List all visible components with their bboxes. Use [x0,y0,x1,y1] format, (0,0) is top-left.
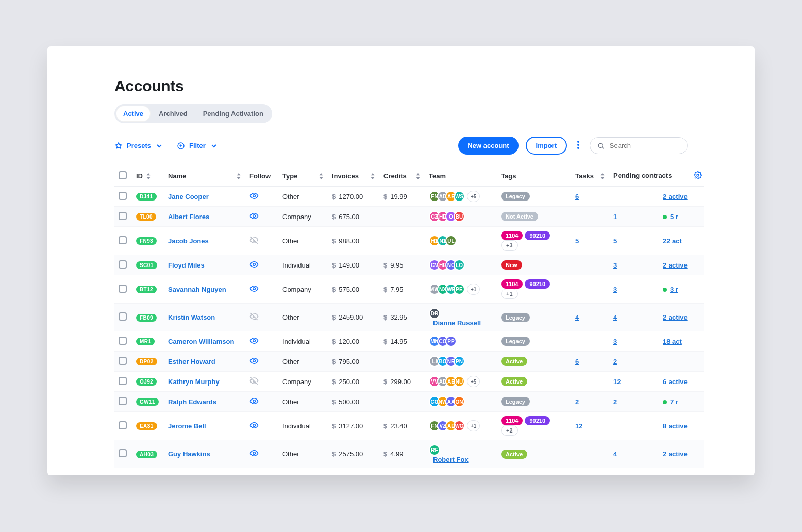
id-pill[interactable]: AH03 [136,451,157,458]
tag-chip[interactable]: Active [501,450,527,459]
search-input-wrap[interactable] [590,137,688,154]
pending-link[interactable]: 2 [613,398,617,406]
col-id[interactable]: ID [132,166,164,187]
account-name-link[interactable]: Jane Cooper [168,193,209,201]
tag-chip[interactable]: Legacy [501,397,530,406]
eye-icon[interactable] [249,339,259,347]
contracts-status-link[interactable]: 18 act [663,338,682,345]
row-checkbox[interactable] [119,377,127,385]
avatar-stack[interactable]: CVHENCLO [429,259,493,271]
eye-icon[interactable] [249,400,259,407]
id-pill[interactable]: GW11 [136,398,159,406]
avatar-overflow[interactable]: +1 [467,284,480,295]
row-checkbox[interactable] [119,192,127,200]
tag-chip[interactable]: 1104 [501,279,523,289]
id-pill[interactable]: BT12 [136,286,157,293]
account-name-link[interactable]: Guy Hawkins [168,450,210,458]
row-checkbox[interactable] [119,337,127,345]
tag-chip[interactable]: Active [501,377,527,386]
tab-pending-activation[interactable]: Pending Activation [196,106,271,122]
contracts-status-link[interactable]: 3 r [670,286,678,293]
tag-chip[interactable]: Legacy [501,192,530,201]
row-checkbox[interactable] [119,212,127,220]
tag-chip[interactable]: +1 [501,289,518,299]
avatar-stack[interactable]: FNADAEWS+5 [429,191,493,202]
avatar[interactable]: WO [454,420,465,431]
pending-link[interactable]: 4 [613,450,617,458]
avatar-stack[interactable]: LIBONRPN [429,356,493,367]
tab-active[interactable]: Active [116,106,151,122]
tag-chip[interactable]: 1104 [501,231,523,240]
eye-icon[interactable] [249,359,259,367]
eye-off-icon[interactable] [249,239,259,246]
row-checkbox[interactable] [119,312,127,321]
row-checkbox[interactable] [119,260,127,269]
tag-chip[interactable]: +2 [501,425,518,436]
account-name-link[interactable]: Esther Howard [168,358,215,365]
contracts-status-link[interactable]: 7 r [670,398,678,406]
col-invoices[interactable]: Invoices [328,166,379,187]
contracts-status-link[interactable]: 2 active [663,261,688,269]
contracts-status-link[interactable]: 2 active [663,450,688,458]
row-checkbox[interactable] [119,449,127,457]
pending-link[interactable]: 3 [613,286,617,293]
row-checkbox[interactable] [119,285,127,293]
col-credits[interactable]: Credits [379,166,425,187]
pending-link[interactable]: 5 [613,237,617,245]
account-name-link[interactable]: Albert Flores [168,213,209,221]
eye-icon[interactable] [249,287,259,295]
avatar-stack[interactable]: RF [429,444,493,456]
avatar-stack[interactable]: H1N1UL [429,235,493,246]
avatar-overflow[interactable]: +1 [467,420,480,431]
tag-chip[interactable]: Not Active [501,212,538,221]
contracts-status-link[interactable]: 5 r [670,213,678,221]
id-pill[interactable]: FN93 [136,237,157,245]
avatar-stack[interactable]: DR [429,308,493,319]
avatar-overflow[interactable]: +5 [467,376,480,387]
filter-button[interactable]: Filter [177,142,218,150]
col-type[interactable]: Type [278,166,328,187]
tag-chip[interactable]: New [501,260,522,270]
account-name-link[interactable]: Kathryn Murphy [168,378,220,386]
pending-link[interactable]: 3 [613,261,617,269]
avatar[interactable]: PE [454,284,465,295]
tasks-link[interactable]: 6 [575,358,579,365]
tag-chip[interactable]: 90210 [525,231,550,240]
avatar[interactable]: RF [429,444,440,456]
tab-archived[interactable]: Archived [152,106,195,122]
id-pill[interactable]: MR1 [136,338,155,345]
contracts-status-link[interactable]: 2 active [663,313,688,321]
account-name-link[interactable]: Cameron Williamson [168,338,234,345]
id-pill[interactable]: EA31 [136,422,157,430]
pending-link[interactable]: 2 [613,358,617,365]
pending-link[interactable]: 4 [613,313,617,321]
presets-button[interactable]: Presets [114,142,163,150]
eye-off-icon[interactable] [249,315,259,323]
avatar-stack[interactable]: FNVZAEWO+1 [429,420,493,431]
row-checkbox[interactable] [119,421,127,429]
team-member-link[interactable]: Dianne Russell [433,319,481,327]
row-checkbox[interactable] [119,397,127,405]
account-name-link[interactable]: Savannah Nguyen [168,286,226,293]
id-pill[interactable]: OJ92 [136,378,157,386]
avatar-overflow[interactable]: +5 [467,191,480,202]
tag-chip[interactable]: Active [501,357,527,366]
id-pill[interactable]: SC01 [136,261,157,269]
tasks-link[interactable]: 5 [575,237,579,245]
eye-icon[interactable] [249,424,259,431]
account-name-link[interactable]: Kristin Watson [168,313,215,321]
avatar-stack[interactable]: CZHEOBU [429,211,493,222]
row-checkbox[interactable] [119,357,127,365]
id-pill[interactable]: TL00 [136,213,156,221]
tasks-link[interactable]: 12 [575,422,582,430]
avatar[interactable]: LO [454,259,465,271]
avatar[interactable]: PN [454,356,465,367]
account-name-link[interactable]: Floyd Miles [168,261,205,269]
col-name[interactable]: Name [164,166,245,187]
pending-link[interactable]: 1 [613,213,617,221]
tag-chip[interactable]: +3 [501,240,518,251]
avatar-stack[interactable]: MNCOPP [429,336,493,347]
id-pill[interactable]: FB09 [136,314,157,322]
contracts-status-link[interactable]: 6 active [663,378,688,386]
contracts-status-link[interactable]: 8 active [663,422,688,430]
